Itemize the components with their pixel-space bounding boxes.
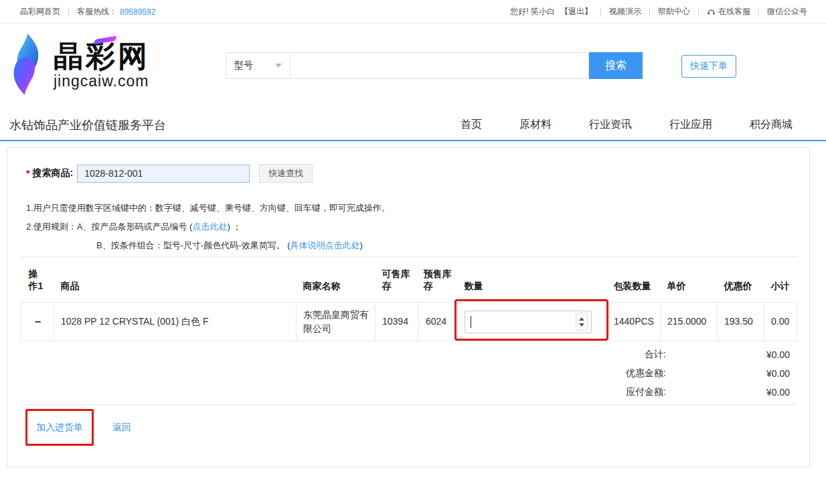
jingcaiw-flame-logo bbox=[5, 32, 48, 99]
product-search-input[interactable] bbox=[77, 165, 250, 183]
topbar-right: 您好! 笑小白 【退出】 视频演示 帮助中心 在线客服 微信公众号 bbox=[510, 6, 807, 17]
col-header-subtotal: 小计 bbox=[764, 257, 797, 303]
nav-item-raw-materials[interactable]: 原材料 bbox=[519, 118, 552, 132]
cell-product: 1028 PP 12 CRYSTAL (001) 白色 F bbox=[54, 303, 297, 341]
details-click-here-link[interactable]: 具体说明点击此处 bbox=[291, 240, 360, 250]
divider bbox=[698, 8, 699, 16]
logo-domain: jingcaiw.com bbox=[54, 72, 150, 90]
nav-item-industry-apps[interactable]: 行业应用 bbox=[669, 118, 712, 132]
remove-row-button[interactable]: − bbox=[21, 303, 54, 341]
site-header: 晶彩网 jingcaiw.com 型号 搜索 快速下单 bbox=[0, 24, 826, 110]
header-search-group: 型号 搜索 bbox=[226, 52, 643, 79]
caret-down-icon bbox=[275, 64, 282, 68]
instruction-line-1: 1.用户只需使用数字区域键中的：数字键、减号键、乘号键、方向键、回车键，即可完成… bbox=[26, 199, 809, 218]
cell-package-qty: 1440PCS bbox=[607, 303, 661, 341]
payable-value: ¥0.00 bbox=[666, 387, 797, 398]
total-row-discount: 优惠金额: ¥0.00 bbox=[20, 364, 797, 383]
logo-text: 晶彩网 jingcaiw.com bbox=[54, 41, 150, 90]
usage-instructions: 1.用户只需使用数字区域键中的：数字键、减号键、乘号键、方向键、回车键，即可完成… bbox=[26, 199, 809, 255]
instruction-line-2-tail: ) ； bbox=[227, 222, 241, 232]
instruction-line-3-tail: ) bbox=[360, 240, 363, 250]
nav-item-industry-news[interactable]: 行业资讯 bbox=[589, 118, 632, 132]
hotline-label: 客服热线： bbox=[77, 6, 117, 17]
cell-available-stock: 10394 bbox=[376, 303, 419, 341]
divider bbox=[758, 8, 759, 16]
cell-presale-stock: 6024 bbox=[419, 303, 458, 341]
total-label: 合计: bbox=[645, 349, 666, 361]
product-search-label: 搜索商品: bbox=[32, 167, 73, 179]
bottom-actions: 加入进货单 返回 bbox=[25, 409, 809, 446]
quick-find-button[interactable]: 快速查找 bbox=[259, 164, 313, 183]
add-to-purchase-list-button[interactable]: 加入进货单 bbox=[36, 422, 83, 432]
site-tagline: 水钻饰品产业价值链服务平台 bbox=[9, 117, 166, 133]
quick-order-button[interactable]: 快速下单 bbox=[681, 55, 736, 78]
table-row: − 1028 PP 12 CRYSTAL (001) 白色 F 东莞晶皇商贸有限… bbox=[21, 303, 797, 341]
text-cursor bbox=[471, 316, 471, 328]
add-to-cart-highlight-box: 加入进货单 bbox=[25, 409, 94, 446]
col-header-presale-stock: 预售库存 bbox=[419, 257, 458, 303]
home-link[interactable]: 晶彩网首页 bbox=[20, 6, 60, 17]
discount-value: ¥0.00 bbox=[666, 368, 797, 379]
cell-quantity bbox=[458, 303, 607, 341]
instruction-line-3: B、按条件组合：型号-尺寸-颜色代码-效果简写。 (具体说明点击此处) bbox=[96, 236, 809, 255]
search-category-select[interactable]: 型号 bbox=[226, 52, 291, 79]
table-header-row: 操作1 商品 商家名称 可售库存 预售库存 数量 包装数量 单价 优惠价 小计 bbox=[21, 257, 797, 303]
nav-item-points-mall[interactable]: 积分商城 bbox=[750, 118, 793, 132]
instruction-line-2: 2.使用规则：A、按产品条形码或产品编号 (点击此处) ； bbox=[26, 218, 809, 236]
col-header-discount-price: 优惠价 bbox=[718, 257, 764, 303]
cell-unit-price: 215.0000 bbox=[661, 303, 718, 341]
total-row-payable: 应付金额: ¥0.00 bbox=[20, 383, 797, 402]
search-category-value: 型号 bbox=[234, 60, 253, 72]
back-button[interactable]: 返回 bbox=[112, 422, 131, 434]
col-header-available-stock: 可售库存 bbox=[376, 257, 419, 303]
divider bbox=[600, 8, 601, 16]
help-center-link[interactable]: 帮助中心 bbox=[658, 6, 690, 17]
wechat-link[interactable]: 微信公众号 bbox=[767, 6, 807, 17]
discount-label: 优惠金额: bbox=[626, 367, 666, 380]
quantity-input[interactable] bbox=[465, 311, 592, 333]
instruction-line-3-text: B、按条件组合：型号-尺寸-颜色代码-效果简写。 ( bbox=[96, 240, 291, 250]
cell-merchant: 东莞晶皇商贸有限公司 bbox=[297, 303, 376, 341]
number-stepper-arrows[interactable] bbox=[576, 313, 588, 331]
topbar-left: 晶彩网首页 客服热线： 89589592 bbox=[20, 6, 155, 17]
stepper-down-icon[interactable] bbox=[579, 323, 584, 327]
divider bbox=[68, 8, 69, 16]
nav-bar: 水钻饰品产业价值链服务平台 首页 原材料 行业资讯 行业应用 积分商城 bbox=[0, 110, 826, 141]
total-value: ¥0.00 bbox=[666, 349, 797, 360]
hotline-number[interactable]: 89589592 bbox=[120, 7, 155, 17]
col-header-product: 商品 bbox=[54, 257, 297, 303]
totals-section: 合计: ¥0.00 优惠金额: ¥0.00 应付金额: ¥0.00 bbox=[20, 341, 797, 405]
order-table: 操作1 商品 商家名称 可售库存 预售库存 数量 包装数量 单价 优惠价 小计 bbox=[20, 256, 797, 341]
col-header-quantity: 数量 bbox=[458, 257, 607, 303]
topbar: 晶彩网首页 客服热线： 89589592 您好! 笑小白 【退出】 视频演示 帮… bbox=[0, 0, 826, 24]
nav-items: 首页 原材料 行业资讯 行业应用 积分商城 bbox=[423, 118, 793, 132]
total-row-sum: 合计: ¥0.00 bbox=[20, 345, 797, 364]
main-panel: * 搜索商品: 快速查找 1.用户只需使用数字区域键中的：数字键、减号键、乘号键… bbox=[7, 147, 810, 467]
video-demo-link[interactable]: 视频演示 bbox=[609, 6, 641, 17]
col-header-merchant: 商家名称 bbox=[297, 257, 376, 303]
cell-discount-price: 193.50 bbox=[718, 303, 764, 341]
instruction-line-2-text: 2.使用规则：A、按产品条形码或产品编号 ( bbox=[26, 222, 192, 232]
order-table-wrap: 操作1 商品 商家名称 可售库存 预售库存 数量 包装数量 单价 优惠价 小计 bbox=[20, 256, 797, 341]
click-here-link[interactable]: 点击此处 bbox=[192, 222, 227, 232]
nav-item-home[interactable]: 首页 bbox=[461, 118, 482, 132]
col-header-package-qty: 包装数量 bbox=[607, 257, 661, 303]
product-search-row: * 搜索商品: 快速查找 bbox=[26, 164, 809, 183]
col-header-unit-price: 单价 bbox=[661, 257, 718, 303]
headset-icon bbox=[707, 7, 716, 16]
search-button[interactable]: 搜索 bbox=[589, 52, 643, 79]
cell-subtotal: 0.00 bbox=[764, 303, 797, 341]
header-search-input[interactable] bbox=[291, 52, 589, 79]
divider bbox=[649, 8, 650, 16]
user-greeting: 您好! 笑小白 bbox=[510, 6, 555, 17]
payable-label: 应付金额: bbox=[626, 386, 666, 398]
page: 晶彩网首页 客服热线： 89589592 您好! 笑小白 【退出】 视频演示 帮… bbox=[0, 0, 826, 504]
col-header-operate: 操作1 bbox=[21, 257, 54, 303]
online-service-link[interactable]: 在线客服 bbox=[718, 6, 750, 17]
stepper-up-icon[interactable] bbox=[579, 317, 584, 321]
logo-title: 晶彩网 bbox=[54, 41, 150, 72]
site-logo[interactable]: 晶彩网 jingcaiw.com bbox=[5, 32, 150, 99]
logout-link[interactable]: 【退出】 bbox=[560, 6, 592, 17]
required-mark: * bbox=[26, 168, 29, 179]
